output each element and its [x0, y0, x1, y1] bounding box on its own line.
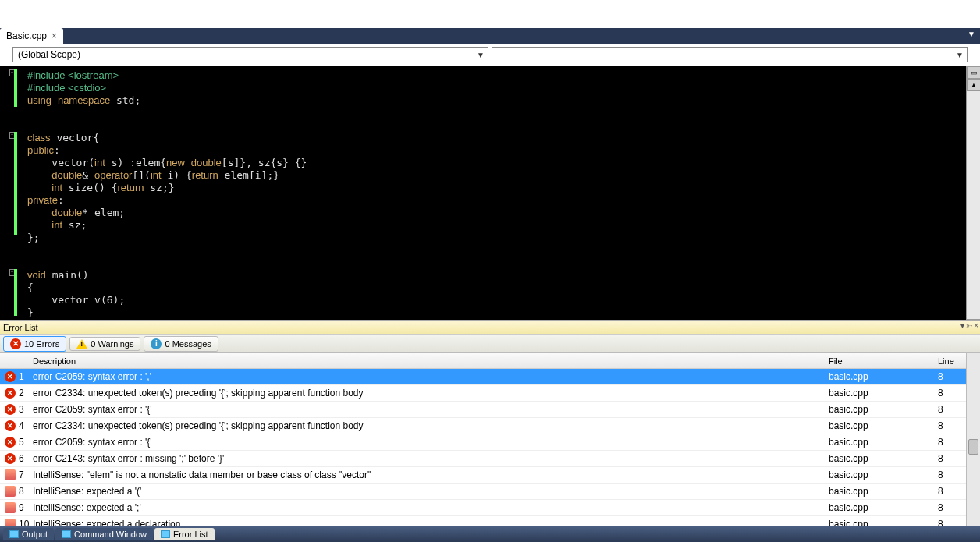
file-tab-label: Basic.cpp — [6, 30, 47, 41]
error-row[interactable]: ✕2error C2334: unexpected token(s) prece… — [0, 385, 980, 402]
row-file: basic.cpp — [824, 388, 933, 399]
error-row[interactable]: 9IntelliSense: expected a ';'basic.cpp8 — [0, 500, 980, 516]
error-row[interactable]: ✕5error C2059: syntax error : '{'basic.c… — [0, 434, 980, 451]
row-file: basic.cpp — [824, 371, 933, 382]
row-number: 3 — [14, 404, 28, 415]
close-icon[interactable]: × — [51, 30, 57, 41]
error-row[interactable]: ✕4error C2334: unexpected token(s) prece… — [0, 418, 980, 434]
document-tab-strip: Basic.cpp × ▼ — [0, 28, 980, 44]
error-row[interactable]: ✕1error C2059: syntax error : ','basic.c… — [0, 369, 980, 385]
errors-filter-button[interactable]: ✕ 10 Errors — [3, 336, 66, 352]
row-file: basic.cpp — [824, 486, 933, 497]
error-list-panel: Error List ▾ ➳ × ✕ 10 Errors 0 Warnings … — [0, 320, 980, 542]
row-description: error C2059: syntax error : '{' — [28, 404, 824, 415]
scope-label: (Global Scope) — [18, 49, 80, 60]
top-blank-area — [0, 0, 980, 28]
row-number: 5 — [14, 437, 28, 448]
row-file: basic.cpp — [824, 404, 933, 415]
file-tab-basic-cpp[interactable]: Basic.cpp × — [0, 28, 63, 44]
bottom-tab-strip: Output Command Window Error List — [0, 526, 980, 542]
info-icon: i — [151, 338, 162, 349]
row-file: basic.cpp — [824, 420, 933, 431]
row-description: error C2334: unexpected token(s) precedi… — [28, 388, 824, 399]
row-file: basic.cpp — [824, 469, 933, 480]
warnings-filter-button[interactable]: 0 Warnings — [69, 337, 140, 351]
tab-label: Command Window — [74, 530, 147, 539]
col-description[interactable]: Description — [28, 356, 824, 366]
col-file[interactable]: File — [824, 356, 933, 366]
row-description: IntelliSense: "elem" is not a nonstatic … — [28, 469, 824, 480]
row-description: error C2143: syntax error : missing ';' … — [28, 453, 824, 464]
row-number: 9 — [14, 502, 28, 513]
output-icon — [9, 530, 19, 538]
pin-icon[interactable]: ➳ — [966, 321, 972, 330]
chevron-down-icon: ▼ — [477, 51, 485, 59]
row-number: 4 — [14, 420, 28, 431]
tab-label: Output — [22, 530, 48, 539]
row-number: 2 — [14, 388, 28, 399]
tab-label: Error List — [173, 530, 208, 539]
row-description: IntelliSense: expected a '(' — [28, 486, 824, 497]
warning-icon — [76, 339, 87, 349]
change-marker — [14, 69, 17, 107]
navigation-bar: (Global Scope) ▼ ▼ — [0, 44, 980, 66]
row-number: 8 — [14, 486, 28, 497]
code-editor[interactable]: #include <iostream> #include <cstdio> us… — [0, 66, 980, 331]
scroll-up-icon[interactable]: ▲ — [967, 79, 980, 91]
panel-title: Error List — [3, 323, 38, 332]
grid-scrollbar[interactable] — [966, 353, 980, 526]
row-description: error C2059: syntax error : ',' — [28, 371, 824, 382]
tab-error-list[interactable]: Error List — [154, 528, 215, 540]
member-dropdown[interactable]: ▼ — [492, 47, 968, 62]
chevron-down-icon: ▼ — [956, 51, 964, 59]
row-number: 6 — [14, 453, 28, 464]
error-grid-header[interactable]: Description File Line — [0, 353, 980, 369]
change-marker — [14, 132, 17, 235]
vertical-scrollbar[interactable]: ▭ ▲ ▼ — [966, 66, 980, 331]
row-file: basic.cpp — [824, 502, 933, 513]
panel-menu-icon[interactable]: ▾ — [960, 321, 964, 330]
errors-count-label: 10 Errors — [24, 339, 59, 349]
scrollbar-thumb[interactable] — [968, 439, 978, 455]
editor-gutter[interactable] — [0, 66, 20, 331]
messages-filter-button[interactable]: i 0 Messages — [144, 336, 218, 352]
error-row[interactable]: 7IntelliSense: "elem" is not a nonstatic… — [0, 467, 980, 484]
scope-dropdown[interactable]: (Global Scope) ▼ — [12, 47, 488, 62]
close-icon[interactable]: × — [974, 321, 978, 330]
errlist-icon — [161, 530, 170, 538]
warnings-count-label: 0 Warnings — [91, 339, 133, 349]
row-description: error C2334: unexpected token(s) precedi… — [28, 420, 824, 431]
panel-title-bar[interactable]: Error List ▾ ➳ × — [0, 321, 980, 335]
split-handle-icon[interactable]: ▭ — [967, 66, 980, 79]
cmd-icon — [62, 530, 71, 538]
messages-count-label: 0 Messages — [165, 339, 211, 349]
error-filter-bar: ✕ 10 Errors 0 Warnings i 0 Messages — [0, 335, 980, 353]
tab-command-window[interactable]: Command Window — [55, 528, 153, 540]
change-marker — [14, 269, 17, 316]
error-row[interactable]: 8IntelliSense: expected a '('basic.cpp8 — [0, 484, 980, 500]
error-grid[interactable]: ✕1error C2059: syntax error : ','basic.c… — [0, 369, 980, 542]
row-description: IntelliSense: expected a ';' — [28, 502, 824, 513]
error-row[interactable]: ✕3error C2059: syntax error : '{'basic.c… — [0, 402, 980, 418]
row-file: basic.cpp — [824, 437, 933, 448]
tab-output[interactable]: Output — [3, 528, 54, 540]
tab-overflow-icon[interactable]: ▼ — [968, 30, 975, 38]
error-icon: ✕ — [10, 338, 21, 349]
row-number: 7 — [14, 469, 28, 480]
row-number: 1 — [14, 371, 28, 382]
code-area[interactable]: #include <iostream> #include <cstdio> us… — [20, 66, 966, 331]
row-file: basic.cpp — [824, 453, 933, 464]
row-description: error C2059: syntax error : '{' — [28, 437, 824, 448]
error-row[interactable]: ✕6error C2143: syntax error : missing ';… — [0, 451, 980, 467]
